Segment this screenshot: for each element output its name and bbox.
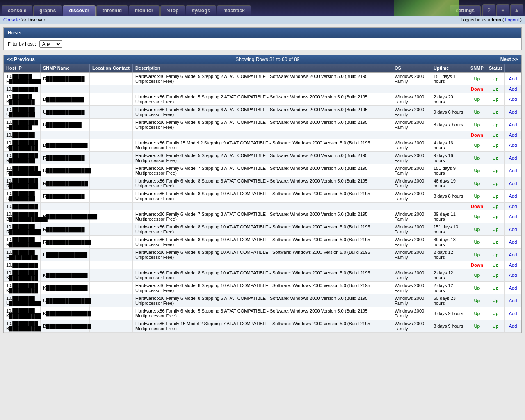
cell-add[interactable]: Add bbox=[505, 236, 521, 248]
cell-add[interactable]: Add bbox=[505, 307, 521, 320]
add-host-link[interactable]: Add bbox=[509, 87, 517, 91]
cell-description: Hardware: x86 Family 6 Model 8 Stepping … bbox=[133, 190, 392, 202]
cell-host-status: Up bbox=[486, 294, 505, 307]
cell-snmp-status: Up bbox=[468, 269, 486, 281]
table-row: 10.████████ Down Up Add bbox=[4, 85, 521, 93]
cell-add[interactable]: Add bbox=[505, 139, 521, 151]
help-icon[interactable]: ? bbox=[482, 4, 495, 16]
cell-add[interactable]: Add bbox=[505, 249, 521, 261]
add-host-link[interactable]: Add bbox=[509, 110, 517, 114]
cell-add[interactable]: Add bbox=[505, 203, 521, 210]
add-host-link[interactable]: Add bbox=[509, 324, 517, 329]
cell-add[interactable]: Add bbox=[505, 269, 521, 281]
logout-link[interactable]: Logout bbox=[505, 17, 519, 22]
tab-console[interactable]: console bbox=[2, 5, 32, 16]
cell-snmp-status: Up bbox=[468, 320, 486, 332]
add-host-link[interactable]: Add bbox=[509, 204, 517, 209]
filter-select[interactable]: Any Up Down bbox=[39, 40, 62, 48]
add-host-link[interactable]: Add bbox=[509, 97, 517, 102]
cell-add[interactable]: Add bbox=[505, 190, 521, 202]
table-row: 10.████████ B█████████ B█████████████ Ha… bbox=[4, 139, 521, 152]
table-row: 10.████████ R████████ R████████████ Hard… bbox=[4, 152, 521, 164]
breadcrumb-console-link[interactable]: Console bbox=[3, 17, 20, 22]
cell-uptime: 8 days 9 hours bbox=[431, 320, 468, 332]
tab-graphs[interactable]: graphs bbox=[33, 5, 62, 16]
tab-syslogs[interactable]: syslogs bbox=[186, 5, 217, 16]
cell-snmp-name bbox=[41, 261, 90, 269]
cell-os: Windows 2000 Family bbox=[392, 164, 431, 177]
cell-add[interactable]: Add bbox=[505, 261, 521, 269]
cell-contact bbox=[110, 236, 133, 248]
cell-os: Windows 2000 Family bbox=[392, 236, 431, 248]
cell-add[interactable]: Add bbox=[505, 152, 521, 164]
prev-page-link[interactable]: << Previous bbox=[7, 57, 35, 62]
add-host-link[interactable]: Add bbox=[509, 298, 517, 303]
col-header-snmp-name: SNMP Name bbox=[41, 64, 90, 72]
menu-icon[interactable]: ≡ bbox=[496, 4, 509, 16]
cell-ip: 10.████████ bbox=[4, 85, 41, 93]
cell-snmp-status: Up bbox=[468, 307, 486, 320]
cell-contact bbox=[110, 85, 133, 93]
cell-add[interactable]: Add bbox=[505, 164, 521, 177]
add-host-link[interactable]: Add bbox=[509, 122, 517, 127]
add-host-link[interactable]: Add bbox=[509, 285, 517, 290]
cell-add[interactable]: Add bbox=[505, 106, 521, 118]
next-page-link[interactable]: Next >> bbox=[500, 57, 518, 62]
cell-add[interactable]: Add bbox=[505, 177, 521, 189]
cell-snmp-status: Up bbox=[468, 164, 486, 177]
cell-add[interactable]: Add bbox=[505, 223, 521, 235]
cell-snmp-name: R█████████████ bbox=[41, 177, 90, 189]
cell-add[interactable]: Add bbox=[505, 210, 521, 223]
add-host-link[interactable]: Add bbox=[509, 143, 517, 148]
cell-snmp-status: Up bbox=[468, 119, 486, 131]
table-row: 10.███████ R████████ R████████████ Hardw… bbox=[4, 190, 521, 203]
cell-os: Windows 2000 Family bbox=[392, 210, 431, 223]
cell-host-status: Up bbox=[486, 85, 505, 93]
cell-location bbox=[90, 294, 110, 307]
add-host-link[interactable]: Add bbox=[509, 76, 517, 81]
chart-icon[interactable]: ▲ bbox=[510, 4, 523, 16]
add-host-link[interactable]: Add bbox=[509, 311, 517, 316]
table-row: 10.███████ R██████████ R██████████████ H… bbox=[4, 236, 521, 249]
cell-add[interactable]: Add bbox=[505, 294, 521, 307]
add-host-link[interactable]: Add bbox=[509, 194, 517, 199]
table-row: 10.████████ K█████████ K█████████████ Ha… bbox=[4, 282, 521, 294]
cell-contact bbox=[110, 223, 133, 235]
tab-ntop[interactable]: NTop bbox=[160, 5, 185, 16]
add-host-link[interactable]: Add bbox=[509, 168, 517, 173]
tab-discover[interactable]: discover bbox=[63, 5, 95, 16]
tab-threshid[interactable]: threshid bbox=[96, 5, 128, 16]
table-row: 10.███████ U████████ U████████████ Hardw… bbox=[4, 106, 521, 119]
add-host-link[interactable]: Add bbox=[509, 132, 517, 137]
filter-row: Filter by host : Any Up Down bbox=[4, 38, 521, 50]
tab-mactrack[interactable]: mactrack bbox=[217, 5, 251, 16]
cell-description: Hardware: x86 Family 6 Model 8 Stepping … bbox=[133, 294, 392, 307]
table-row: 10.███████ Down Up Add bbox=[4, 131, 521, 139]
cell-uptime: 2 days 12 hours bbox=[431, 282, 468, 294]
cell-description: Hardware: x86 Family 6 Model 8 Stepping … bbox=[133, 177, 392, 189]
add-host-link[interactable]: Add bbox=[509, 155, 517, 160]
add-host-link[interactable]: Add bbox=[509, 227, 517, 232]
cell-add[interactable]: Add bbox=[505, 131, 521, 139]
cell-add[interactable]: Add bbox=[505, 93, 521, 105]
cell-snmp-name: K█████████████ bbox=[41, 269, 90, 281]
add-host-link[interactable]: Add bbox=[509, 262, 517, 267]
add-host-link[interactable]: Add bbox=[509, 240, 517, 244]
cell-snmp-name: B█████████████ bbox=[41, 139, 90, 151]
add-host-link[interactable]: Add bbox=[509, 273, 517, 278]
cell-add[interactable]: Add bbox=[505, 282, 521, 294]
cell-add[interactable]: Add bbox=[505, 85, 521, 93]
cell-description: Hardware: x86 Family 15 Model 2 Stepping… bbox=[133, 139, 392, 151]
cell-add[interactable]: Add bbox=[505, 320, 521, 332]
add-host-link[interactable]: Add bbox=[509, 252, 517, 257]
cell-host-status: Up bbox=[486, 269, 505, 281]
cell-contact bbox=[110, 93, 133, 105]
cell-location bbox=[90, 131, 110, 139]
cell-snmp-status: Down bbox=[468, 261, 486, 269]
cell-host-status: Up bbox=[486, 139, 505, 151]
add-host-link[interactable]: Add bbox=[509, 181, 517, 186]
cell-add[interactable]: Add bbox=[505, 73, 521, 85]
tab-monitor[interactable]: monitor bbox=[129, 5, 160, 16]
cell-add[interactable]: Add bbox=[505, 119, 521, 131]
add-host-link[interactable]: Add bbox=[509, 214, 517, 219]
